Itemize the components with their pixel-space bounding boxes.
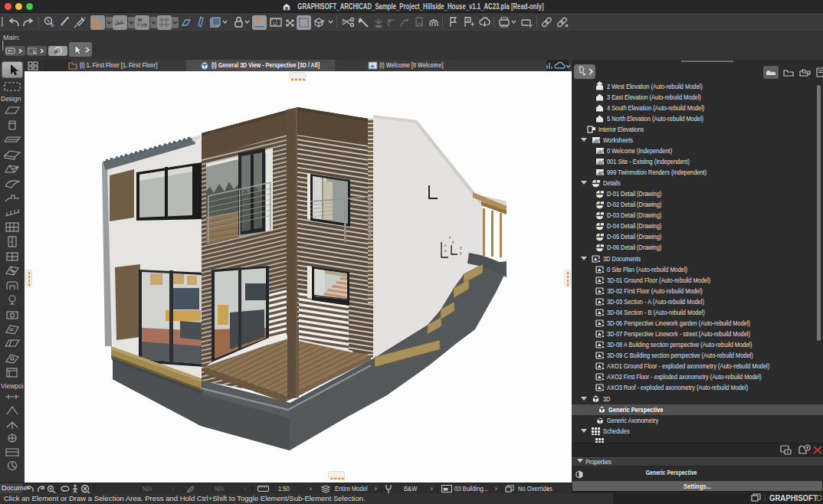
svg-text:F: F [467,18,470,23]
svg-text:123: 123 [141,23,148,28]
svg-text:12: 12 [273,21,278,26]
